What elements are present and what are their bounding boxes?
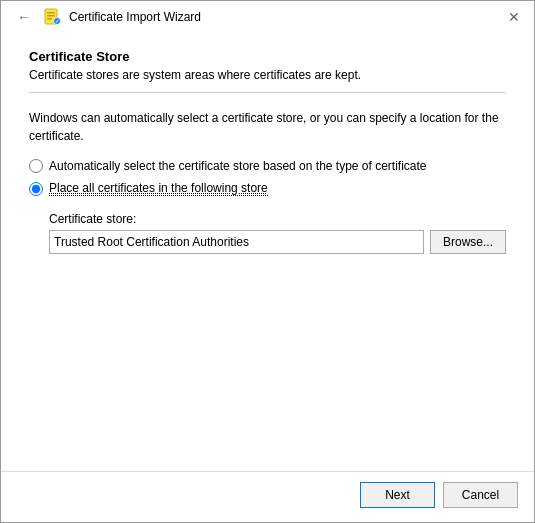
svg-rect-1 xyxy=(47,12,55,14)
divider xyxy=(29,92,506,93)
radio-auto[interactable] xyxy=(29,159,43,173)
dialog-footer: Next Cancel xyxy=(1,471,534,522)
svg-rect-2 xyxy=(47,15,55,17)
svg-text:✓: ✓ xyxy=(55,18,59,24)
svg-rect-3 xyxy=(47,18,52,20)
cancel-button[interactable]: Cancel xyxy=(443,482,518,508)
next-button[interactable]: Next xyxy=(360,482,435,508)
close-button[interactable]: ✕ xyxy=(502,5,526,29)
main-area: Certificate Store Certificate stores are… xyxy=(1,33,534,471)
browse-button[interactable]: Browse... xyxy=(430,230,506,254)
store-input[interactable] xyxy=(49,230,424,254)
radio-manual-option[interactable]: Place all certificates in the following … xyxy=(29,181,506,196)
store-field-label: Certificate store: xyxy=(49,212,506,226)
title-bar: ← ✓ Certificate Import Wizard ✕ xyxy=(1,1,534,33)
radio-manual-label: Place all certificates in the following … xyxy=(49,181,268,196)
title-bar-left: ← ✓ Certificate Import Wizard xyxy=(13,6,201,28)
store-field-group: Certificate store: Browse... xyxy=(49,212,506,254)
radio-auto-label: Automatically select the certificate sto… xyxy=(49,159,427,173)
wizard-icon: ✓ xyxy=(43,8,61,26)
intro-text: Windows can automatically select a certi… xyxy=(29,109,506,145)
dialog-content: Certificate Store Certificate stores are… xyxy=(1,33,534,522)
section-heading: Certificate Store xyxy=(29,49,506,64)
radio-manual[interactable] xyxy=(29,182,43,196)
store-field-row: Browse... xyxy=(49,230,506,254)
radio-auto-option[interactable]: Automatically select the certificate sto… xyxy=(29,159,506,173)
radio-section: Automatically select the certificate sto… xyxy=(29,159,506,254)
dialog-title: Certificate Import Wizard xyxy=(69,10,201,24)
dialog-window: ← ✓ Certificate Import Wizard ✕ Certific… xyxy=(0,0,535,523)
section-description: Certificate stores are system areas wher… xyxy=(29,68,506,82)
back-button[interactable]: ← xyxy=(13,6,35,28)
